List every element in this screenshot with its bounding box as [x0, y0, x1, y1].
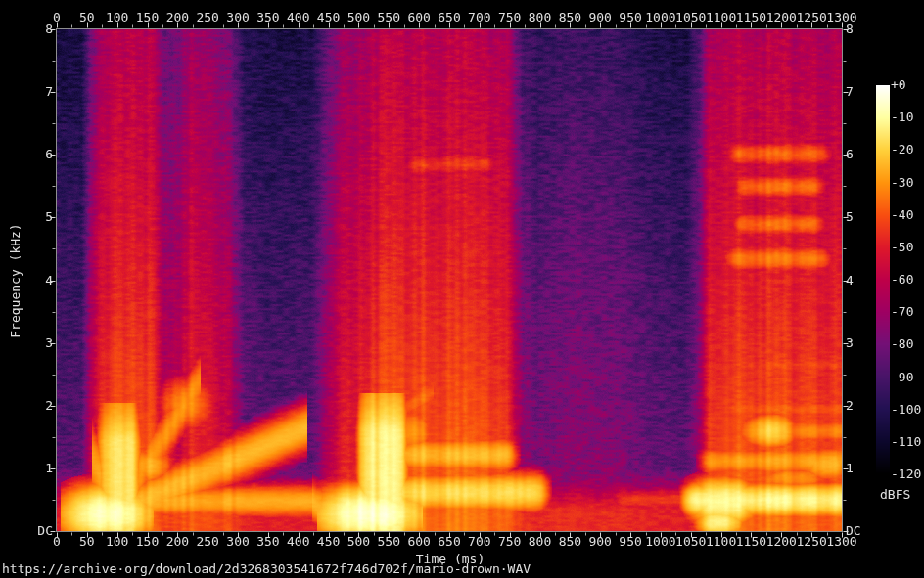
colorbar-tick-label: -120: [891, 467, 921, 481]
y-tick-label-right: 8: [846, 22, 854, 36]
x-tick-label-top: 1300: [810, 11, 873, 24]
colorbar-title: dBFS: [880, 487, 910, 502]
y-tick-label-left: 5: [14, 210, 53, 224]
y-tick-label-left: 1: [14, 462, 53, 475]
y-tick-label-right: DC: [846, 524, 861, 538]
spectrogram-canvas: [57, 29, 842, 531]
y-tick-label-right: 1: [846, 462, 854, 475]
y-tick-label-left: 8: [14, 22, 53, 36]
y-tick-label-left: DC: [14, 524, 53, 538]
colorbar-tick-label: -100: [891, 403, 921, 417]
colorbar-tick-label: -90: [891, 371, 913, 384]
y-tick-label-left: 6: [14, 148, 53, 161]
colorbar-tick-label: -40: [891, 208, 913, 222]
spectrogram-figure: 0050501001001501502002002502503003003503…: [0, 0, 924, 578]
y-tick-label-left: 3: [14, 336, 53, 350]
colorbar-tick-label: -20: [891, 143, 913, 156]
y-tick-label-right: 7: [846, 85, 854, 99]
y-axis-title: Frequency (kHz): [8, 223, 23, 337]
y-tick-label-right: 4: [846, 274, 854, 288]
colorbar-tick-label: -30: [891, 176, 913, 190]
y-tick-label-left: 2: [14, 399, 53, 413]
colorbar-tick-label: -10: [891, 111, 913, 124]
colorbar-tick-label: -80: [891, 337, 913, 351]
colorbar-tick-label: -110: [891, 435, 921, 449]
x-tick-label-bottom: 1300: [810, 535, 873, 549]
y-tick-label-left: 7: [14, 85, 53, 99]
y-tick-label-right: 2: [846, 399, 854, 413]
colorbar-tick-label: -60: [891, 273, 913, 287]
y-tick-label-right: 6: [846, 148, 854, 161]
source-url: https://archive·org/download/2d326830354…: [2, 561, 531, 576]
colorbar-gradient: [876, 85, 890, 474]
colorbar-tick-label: -70: [891, 305, 913, 319]
y-tick-label-right: 5: [846, 210, 854, 224]
colorbar-tick-label: -50: [891, 241, 913, 254]
colorbar-tick-label: +0: [891, 78, 906, 92]
y-tick-label-right: 3: [846, 336, 854, 350]
